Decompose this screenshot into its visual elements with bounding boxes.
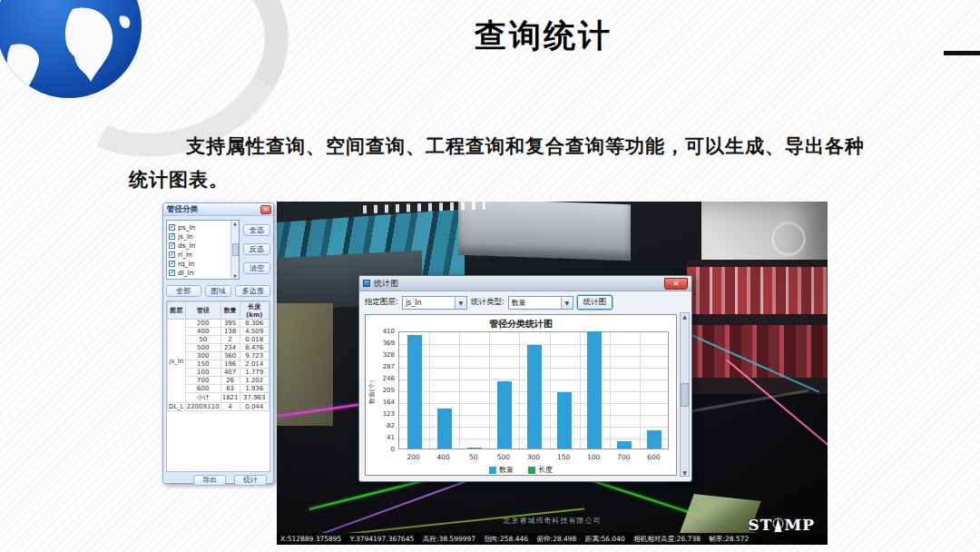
- scroll-thumb[interactable]: [681, 383, 689, 407]
- bar-150[interactable]: [557, 392, 572, 448]
- table-cell: 4.509: [240, 328, 269, 336]
- 统计-button[interactable]: 统计: [234, 475, 267, 486]
- table-cell: 600: [185, 385, 220, 393]
- plot-region: [398, 331, 669, 449]
- layer-list-item[interactable]: rl_ln: [169, 250, 230, 259]
- stat-type-label: 统计类型:: [471, 297, 505, 308]
- panel-close-icon[interactable]: ✕: [260, 205, 271, 214]
- layer-list-item[interactable]: ds_ln: [169, 241, 230, 250]
- table-cell: 700: [185, 377, 220, 385]
- slide: 查询统计 支持属性查询、空间查询、工程查询和复合查询等功能，可以生成、导出各种 …: [0, 0, 980, 552]
- bar-600[interactable]: [647, 430, 662, 448]
- body-text-line1: 支持属性查询、空间查询、工程查询和复合查询等功能，可以生成、导出各种: [186, 133, 865, 159]
- 图域-button[interactable]: 图域: [205, 285, 232, 297]
- bar-50[interactable]: [467, 448, 482, 448]
- checkbox-checked-icon[interactable]: [169, 242, 175, 249]
- layer-select-dropdown[interactable]: js_ln ▼: [402, 296, 467, 310]
- table-cell: 1.202: [240, 377, 269, 385]
- y-tick-label: 205: [373, 387, 395, 394]
- pipe-classification-panel: 管径分类 ✕ ps_lnjs_lnds_lnrl_lnrq_lndl_ln ▲ …: [162, 202, 274, 484]
- table-cell: 50: [185, 336, 220, 344]
- checkbox-checked-icon[interactable]: [169, 251, 175, 258]
- checkbox-checked-icon[interactable]: [169, 270, 175, 276]
- chevron-down-icon[interactable]: ▼: [561, 297, 573, 309]
- title-accent-bar: [944, 51, 980, 55]
- x-tick-label: 700: [608, 453, 639, 461]
- bar-500[interactable]: [497, 381, 512, 448]
- checkbox-checked-icon[interactable]: [169, 233, 175, 240]
- stat-type-dropdown[interactable]: 数量 ▼: [508, 296, 573, 310]
- layer-list[interactable]: ps_lnjs_lnds_lnrl_lnrq_lndl_ln ▲ ▼: [166, 220, 240, 280]
- y-tick-label: 82: [373, 422, 395, 429]
- layer-list-item[interactable]: rq_ln: [169, 259, 230, 268]
- y-tick-label: 328: [373, 351, 395, 359]
- x-tick-label: 100: [578, 453, 609, 461]
- legend-item: 数量: [489, 465, 514, 475]
- y-tick-label: 369: [373, 340, 395, 347]
- bar-300[interactable]: [527, 345, 542, 448]
- scroll-thumb[interactable]: [232, 243, 239, 256]
- 导出-button[interactable]: 导出: [193, 475, 226, 486]
- table-cell: 8.306: [240, 320, 269, 328]
- bar-400[interactable]: [437, 409, 452, 448]
- table-cell: 2.014: [240, 360, 269, 369]
- stats-window-titlebar[interactable]: 统计图 ✕: [359, 276, 691, 291]
- layer-list-item[interactable]: js_ln: [169, 232, 230, 241]
- 清空-button[interactable]: 清空: [243, 262, 270, 274]
- table-cell: 9.723: [240, 352, 269, 360]
- y-tick-label: 123: [373, 410, 395, 418]
- scroll-down-icon[interactable]: ▼: [682, 469, 687, 476]
- legend-label: 数量: [499, 465, 514, 475]
- 全部-button[interactable]: 全部: [166, 285, 201, 297]
- legend-item: 长度: [528, 465, 553, 475]
- gridline-v: [459, 332, 460, 448]
- gridline-v: [489, 332, 490, 448]
- table-cell: 4: [220, 403, 240, 411]
- scroll-up-icon[interactable]: ▲: [233, 221, 237, 226]
- table-row[interactable]: DL_L2200X11040.044: [168, 403, 270, 411]
- table-cell: 2: [220, 336, 240, 344]
- 反选-button[interactable]: 反选: [243, 243, 270, 255]
- layer-name: ps_ln: [178, 223, 195, 232]
- x-tick-label: 400: [428, 453, 459, 461]
- bar-200[interactable]: [407, 335, 422, 448]
- result-table-area: 图层管径数量长度(km) js_ln2003958.3064001384.509…: [166, 301, 270, 472]
- 多边形-button[interactable]: 多边形: [235, 285, 270, 297]
- table-cell: 196: [220, 360, 240, 369]
- y-tick-label: 246: [373, 375, 395, 382]
- table-row[interactable]: js_ln2003958.306: [168, 320, 270, 328]
- y-tick-label: 287: [373, 363, 395, 370]
- checkbox-checked-icon[interactable]: [169, 224, 175, 231]
- stamp-logo-text-left: ST: [748, 516, 772, 534]
- stamp-logo: ST MP: [748, 516, 815, 534]
- window-scrollbar[interactable]: ▲ ▼: [680, 312, 690, 477]
- gridline-v: [580, 332, 581, 448]
- window-icon: [363, 280, 370, 287]
- body-text-line2: 统计图表。: [129, 167, 229, 192]
- stamp-tower-icon: [772, 518, 784, 533]
- x-tick-label: 50: [458, 453, 489, 461]
- scroll-down-icon[interactable]: ▼: [233, 273, 237, 279]
- table-cell: 1821: [220, 393, 240, 403]
- bar-700[interactable]: [617, 441, 632, 448]
- generate-chart-button[interactable]: 统计图: [577, 295, 613, 310]
- table-header: 管径: [185, 302, 220, 320]
- company-watermark: 北京睿城伟奇科技有限公司: [504, 516, 602, 526]
- chart-title: 管径分类统计图: [366, 318, 676, 330]
- table-cell: 150: [185, 360, 220, 369]
- panel-titlebar[interactable]: 管径分类 ✕: [163, 203, 273, 216]
- scroll-up-icon[interactable]: ▲: [682, 313, 687, 320]
- layer-name: ds_ln: [178, 242, 195, 250]
- legend-swatch: [528, 467, 535, 474]
- table-cell: 234: [220, 344, 240, 352]
- stats-window-close-icon[interactable]: ✕: [664, 278, 688, 290]
- table-cell: 小计: [185, 393, 220, 403]
- bar-100[interactable]: [587, 331, 602, 448]
- checkbox-checked-icon[interactable]: [169, 261, 175, 267]
- layer-list-item[interactable]: dl_ln: [169, 268, 230, 277]
- layer-list-scrollbar[interactable]: ▲ ▼: [230, 221, 239, 279]
- chevron-down-icon[interactable]: ▼: [455, 297, 466, 309]
- layer-list-item[interactable]: ps_ln: [169, 222, 230, 232]
- table-header: 图层: [168, 302, 186, 320]
- 全选-button[interactable]: 全选: [243, 224, 270, 236]
